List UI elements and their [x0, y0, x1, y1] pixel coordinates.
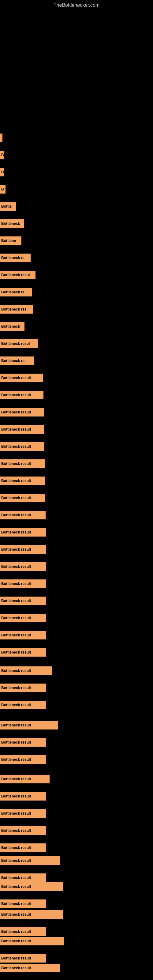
bar-item-13: Bottleneck resul: [0, 339, 38, 348]
bar-label-34: Bottleneck result: [1, 703, 31, 707]
bar-item-4: B: [0, 185, 5, 194]
bar-label-45: Bottleneck result: [1, 885, 31, 889]
bar-item-22: Bottleneck result: [0, 494, 45, 502]
bar-item-16: Bottleneck result: [0, 391, 43, 399]
bar-item-27: Bottleneck result: [0, 579, 46, 588]
bar-item-47: Bottleneck result: [0, 910, 63, 919]
bar-label-35: Bottleneck result: [1, 723, 31, 727]
bar-label-50: Bottleneck result: [1, 956, 31, 960]
bar-item-2: B: [0, 151, 4, 159]
bar-item-15: Bottleneck result: [0, 374, 43, 382]
bar-item-30: Bottleneck result: [0, 631, 46, 640]
bar-item-7: Bottlene: [0, 236, 21, 245]
bar-label-44: Bottleneck result: [1, 875, 31, 880]
bar-item-21: Bottleneck result: [0, 477, 45, 485]
bar-label-4: B: [1, 187, 4, 191]
bar-item-36: Bottleneck result: [0, 738, 46, 747]
bar-label-39: Bottleneck result: [1, 794, 31, 799]
bar-label-24: Bottleneck result: [1, 530, 31, 535]
bar-label-51: Bottleneck result: [1, 966, 31, 970]
bar-label-16: Bottleneck result: [1, 393, 31, 397]
bar-label-46: Bottleneck result: [1, 902, 31, 906]
bar-item-10: Bottleneck re: [0, 288, 32, 296]
bar-item-25: Bottleneck result: [0, 545, 46, 554]
bar-item-3: B: [0, 168, 4, 177]
bar-item-42: Bottleneck result: [0, 843, 46, 852]
bar-item-12: Bottleneck: [0, 322, 24, 331]
bar-label-9: Bottleneck resul: [1, 273, 30, 277]
bar-label-25: Bottleneck result: [1, 547, 31, 552]
bar-label-11: Bottleneck res: [1, 307, 27, 312]
bar-item-8: Bottleneck re: [0, 254, 30, 262]
bar-label-3: B: [1, 170, 4, 174]
site-title: TheBottlenecker.com: [0, 0, 153, 9]
bar-item-38: Bottleneck result: [0, 775, 49, 783]
bar-label-7: Bottlene: [1, 239, 16, 243]
bar-label-27: Bottleneck result: [1, 582, 31, 586]
bar-item-20: Bottleneck result: [0, 460, 45, 468]
bar-label-15: Bottleneck result: [1, 376, 31, 380]
bar-item-14: Bottleneck re: [0, 356, 33, 365]
bar-item-51: Bottleneck result: [0, 964, 60, 972]
bar-label-29: Bottleneck result: [1, 616, 31, 620]
bar-item-18: Bottleneck result: [0, 425, 44, 434]
bar-label-43: Bottleneck result: [1, 858, 31, 863]
bar-item-33: Bottleneck result: [0, 684, 46, 692]
bar-label-12: Bottleneck: [1, 324, 20, 329]
bar-item-1: [0, 134, 2, 142]
bar-label-5: Bottle: [1, 204, 12, 208]
bar-label-30: Bottleneck result: [1, 633, 31, 637]
bar-item-23: Bottleneck result: [0, 511, 46, 519]
bar-item-6: Bottleneck: [0, 219, 24, 228]
bar-label-19: Bottleneck result: [1, 444, 31, 449]
bar-label-21: Bottleneck result: [1, 479, 31, 483]
bar-item-28: Bottleneck result: [0, 597, 46, 605]
bar-item-48: Bottleneck result: [0, 928, 46, 936]
bar-label-28: Bottleneck result: [1, 599, 31, 603]
bar-item-26: Bottleneck result: [0, 562, 46, 571]
bar-label-14: Bottleneck re: [1, 359, 24, 363]
bar-item-49: Bottleneck result: [0, 937, 64, 945]
bar-label-41: Bottleneck result: [1, 829, 31, 833]
bar-item-44: Bottleneck result: [0, 873, 46, 882]
bar-item-24: Bottleneck result: [0, 528, 46, 536]
bar-label-40: Bottleneck result: [1, 811, 31, 816]
bar-item-46: Bottleneck result: [0, 899, 46, 908]
bar-label-26: Bottleneck result: [1, 565, 31, 569]
bar-item-39: Bottleneck result: [0, 792, 46, 800]
bar-label-38: Bottleneck result: [1, 777, 31, 781]
bar-item-34: Bottleneck result: [0, 701, 46, 709]
bar-item-11: Bottleneck res: [0, 305, 33, 313]
bar-label-48: Bottleneck result: [1, 929, 31, 934]
bar-item-9: Bottleneck resul: [0, 271, 35, 279]
bar-item-45: Bottleneck result: [0, 882, 63, 891]
bar-item-29: Bottleneck result: [0, 614, 46, 622]
bar-label-23: Bottleneck result: [1, 513, 31, 517]
bar-label-2: B: [1, 153, 4, 157]
bar-item-31: Bottleneck result: [0, 648, 46, 657]
bar-label-13: Bottleneck resul: [1, 342, 30, 346]
bar-item-50: Bottleneck result: [0, 954, 46, 963]
bar-label-20: Bottleneck result: [1, 461, 31, 466]
bar-label-49: Bottleneck result: [1, 939, 31, 943]
bar-label-36: Bottleneck result: [1, 740, 31, 745]
bar-item-37: Bottleneck result: [0, 755, 46, 764]
bar-item-40: Bottleneck result: [0, 809, 46, 818]
bar-label-18: Bottleneck result: [1, 427, 31, 431]
bar-label-37: Bottleneck result: [1, 757, 31, 762]
bar-label-17: Bottleneck result: [1, 410, 31, 414]
bar-item-19: Bottleneck result: [0, 442, 45, 451]
bar-label-47: Bottleneck result: [1, 912, 31, 916]
bar-item-41: Bottleneck result: [0, 826, 46, 835]
bar-label-33: Bottleneck result: [1, 686, 31, 690]
bar-label-31: Bottleneck result: [1, 650, 31, 654]
bar-label-6: Bottleneck: [1, 221, 20, 226]
bar-item-43: Bottleneck result: [0, 856, 60, 865]
bar-item-17: Bottleneck result: [0, 408, 44, 417]
bar-label-32: Bottleneck result: [1, 668, 31, 673]
bar-item-32: Bottleneck result: [0, 667, 52, 675]
bar-label-8: Bottleneck re: [1, 256, 24, 260]
bar-label-42: Bottleneck result: [1, 846, 31, 850]
bar-item-5: Bottle: [0, 202, 16, 211]
bar-item-35: Bottleneck result: [0, 721, 58, 730]
